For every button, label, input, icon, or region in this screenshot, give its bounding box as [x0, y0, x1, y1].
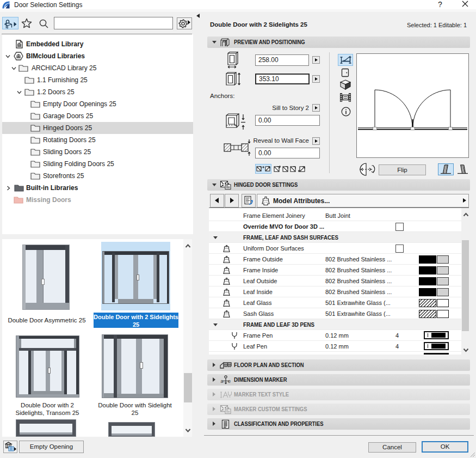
svg-text:e: e — [228, 378, 231, 384]
svg-text:a: a — [221, 378, 224, 384]
